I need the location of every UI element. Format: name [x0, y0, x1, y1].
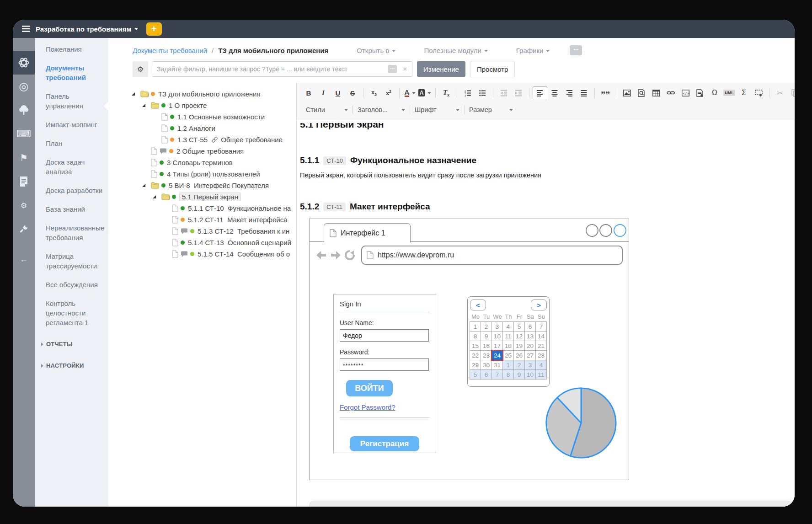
more-menu-button[interactable]: ... [570, 45, 582, 55]
filter-more-button[interactable]: ... [388, 65, 397, 73]
tree-node[interactable]: ТЗ для мобильного приложения [108, 88, 296, 100]
app-window: Разработка по требованиям + ◎⌨⚑⚙← Пожела… [13, 20, 795, 507]
toolbar-separator [769, 88, 769, 98]
formula-icon[interactable]: Σ [737, 86, 751, 99]
tree-node[interactable]: 4 Типы (роли) пользователей [108, 168, 296, 180]
toolbar-separator [616, 88, 616, 98]
status-dot-green [161, 103, 166, 107]
sidebar-item-label: НАСТРОЙКИ [46, 362, 84, 369]
gear-icon[interactable]: ⚙ [13, 193, 35, 217]
target-icon[interactable]: ◎ [13, 75, 35, 98]
add-button[interactable]: + [146, 22, 162, 36]
sidebar-item-6[interactable]: Доска задач анализа [35, 153, 108, 181]
tree-node[interactable]: 5.1 Первый экран [108, 191, 296, 203]
filter-input[interactable] [152, 61, 412, 77]
linked-item-label[interactable]: Общее требование [221, 136, 283, 144]
sidebar-item-12[interactable]: Контроль целостности регламента 1 [35, 294, 108, 332]
toolbar-dropdown-1[interactable]: Стили [301, 106, 353, 113]
sidebar-item-9[interactable]: Нереализованные требования [35, 219, 108, 247]
breadcrumb-parent-link[interactable]: Документы требований [133, 47, 207, 54]
align-right-icon[interactable] [562, 86, 577, 99]
tree-node[interactable]: 3 Словарь терминов [108, 157, 296, 168]
sidebar-item-5[interactable]: План [35, 134, 108, 153]
section-heading: 5.1 Первый экран [300, 123, 795, 130]
tree-node-label: 1.1 Основные возможности [177, 113, 265, 121]
underline-icon[interactable]: U [331, 86, 345, 99]
toolbar-dropdown-4[interactable]: Размер [465, 106, 518, 113]
blockquote-icon[interactable]: ”” [598, 86, 613, 99]
expanded-caret-icon[interactable] [142, 103, 151, 107]
tree-node[interactable]: 1 О проекте [108, 100, 296, 111]
preview-icon[interactable] [634, 86, 649, 99]
widget-icon[interactable] [751, 86, 766, 99]
image-icon[interactable] [620, 86, 634, 99]
bold-icon[interactable]: B [301, 86, 316, 99]
sidebar-item-11[interactable]: Все обсуждения [35, 275, 108, 294]
sidebar-item-2[interactable]: Документы требований [35, 59, 108, 87]
mode-edit-button[interactable]: Изменение [417, 61, 465, 77]
tree-node[interactable]: 5.1.5 СТ-14 Сообщения об о [108, 248, 296, 260]
sidebar-item-4[interactable]: Импакт-мэппинг [35, 115, 108, 134]
insert-template-icon[interactable] [693, 86, 707, 99]
superscript-icon[interactable]: x2 [381, 86, 396, 99]
bulleted-list-icon[interactable] [475, 86, 490, 99]
toolbar-dropdown-3[interactable]: Шрифт [410, 106, 464, 113]
numbered-list-icon[interactable]: 123 [460, 86, 475, 99]
hamburger-menu-icon[interactable] [22, 26, 30, 32]
align-center-icon[interactable] [547, 86, 562, 99]
logo-icon[interactable] [13, 51, 35, 75]
italic-icon[interactable]: I [316, 86, 331, 99]
document-content[interactable]: 5.1 Первый экран 5.1.1 СТ-10 Функциональ… [297, 120, 795, 507]
filter-clear-icon[interactable]: × [403, 65, 407, 73]
top-menu-3[interactable]: Графики [516, 47, 550, 54]
uml-icon[interactable]: UML [722, 86, 737, 99]
expanded-caret-icon[interactable] [152, 195, 161, 199]
tree-node[interactable]: 5 ВИ-8 Интерфейс Покупателя [108, 180, 296, 191]
app-title[interactable]: Разработка по требованиям [36, 25, 132, 33]
special-char-icon[interactable]: Ω [707, 86, 722, 99]
text-color-icon[interactable]: A [403, 86, 417, 99]
table-icon[interactable] [649, 86, 663, 99]
sidebar-item-10[interactable]: Матрица трассируемости [35, 247, 108, 275]
link-icon[interactable] [663, 86, 678, 99]
top-menu-2[interactable]: Полезные модули [424, 47, 487, 54]
tree-icon[interactable] [13, 98, 35, 122]
comment-icon [160, 148, 167, 155]
code-block-icon[interactable]: </> [678, 86, 693, 99]
flag-icon[interactable]: ⚑ [13, 146, 35, 170]
tree-node[interactable]: 1.1 Основные возможности [108, 111, 296, 123]
subscript-icon[interactable]: x2 [367, 86, 381, 99]
strikethrough-icon[interactable]: S [345, 86, 360, 99]
sidebar-item-7[interactable]: Доска разработки [35, 181, 108, 200]
tree-node[interactable]: 5.1.4 СТ-13 Основной сценарий [108, 237, 296, 248]
tree-node[interactable]: 1.3 СТ-55Общее требование [108, 134, 296, 145]
tree-node[interactable]: 5.1.1 СТ-10 Функциональное на [108, 203, 296, 214]
tree-node[interactable]: 1.2 Аналоги [108, 123, 296, 134]
align-justify-icon[interactable] [577, 86, 591, 99]
tree-node[interactable]: 2 Общие требования [108, 145, 296, 157]
bg-color-icon[interactable]: A [417, 86, 432, 99]
sidebar-item-13[interactable]: ОТЧЕТЫ [35, 335, 108, 353]
filter-settings-button[interactable]: ⚙ [133, 61, 148, 77]
calendar-day: 21 [535, 341, 547, 351]
expanded-caret-icon[interactable] [142, 183, 151, 187]
wrench-icon[interactable] [13, 217, 35, 241]
expanded-caret-icon[interactable] [131, 92, 140, 96]
login-button: ВОЙТИ [346, 380, 393, 396]
sidebar-item-8[interactable]: База знаний [35, 200, 108, 219]
tree-node[interactable]: 5.1.3 СТ-12 Требования к ин [108, 225, 296, 237]
sidebar-item-14[interactable]: НАСТРОЙКИ [35, 356, 108, 375]
sidebar-item-1[interactable]: Пожелания [35, 40, 108, 59]
toolbar-dropdown-2[interactable]: Заголов... [353, 106, 410, 113]
remove-format-icon[interactable]: Tx [439, 86, 454, 99]
calendar-day: 11 [535, 369, 547, 380]
collapse-arrow-icon[interactable]: ← [13, 247, 35, 271]
interface-mockup-image[interactable]: Интерфейс 1 [309, 219, 629, 480]
keyboard-icon[interactable]: ⌨ [13, 122, 35, 146]
top-menu-1[interactable]: Открыть в [357, 47, 395, 54]
align-left-icon[interactable] [533, 86, 547, 99]
sidebar-item-3[interactable]: Панель управления [35, 87, 108, 115]
mode-view-button[interactable]: Просмотр [470, 61, 515, 77]
document-icon[interactable] [13, 170, 35, 193]
tree-node[interactable]: 5.1.2 СТ-11 Макет интерфейса [108, 214, 296, 225]
